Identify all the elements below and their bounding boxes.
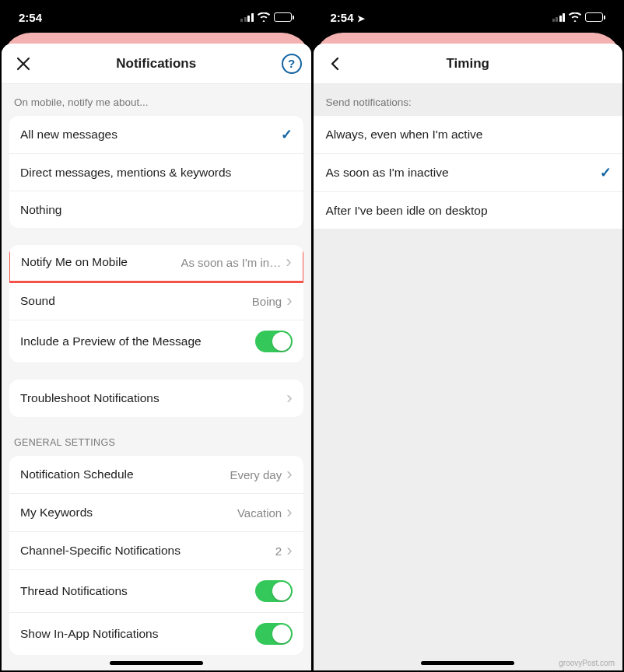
row-value: As soon as I'm in… <box>181 256 281 269</box>
battery-icon <box>274 12 294 22</box>
timing-option-idle[interactable]: After I've been idle on desktop <box>314 191 623 229</box>
status-icons <box>552 11 606 24</box>
row-label: Notify Me on Mobile <box>21 255 181 269</box>
sheet-header: Timing <box>314 44 623 84</box>
home-indicator <box>110 661 203 665</box>
notify-option-dm[interactable]: Direct messages, mentions & keywords <box>9 153 303 191</box>
section-label-general: General Settings <box>2 417 311 456</box>
row-label: Troubleshoot Notifications <box>20 391 286 405</box>
battery-icon <box>585 12 605 22</box>
row-label: As soon as I'm inactive <box>326 166 601 180</box>
general-card: Notification Schedule Every day › My Key… <box>9 456 303 655</box>
status-time: 2:54 <box>19 11 42 24</box>
timing-option-inactive[interactable]: As soon as I'm inactive ✓ <box>314 153 623 191</box>
close-icon <box>16 56 31 72</box>
row-label: Thread Notifications <box>20 584 255 598</box>
status-bar: 2:54 ➤ <box>314 2 623 33</box>
page-title: Timing <box>447 56 489 72</box>
row-label: My Keywords <box>20 506 237 520</box>
sound-row[interactable]: Sound Boing › <box>9 282 303 320</box>
row-value: 2 <box>275 544 282 558</box>
row-value: Vacation <box>237 506 282 520</box>
inapp-notif-row: Show In-App Notifications <box>9 612 303 655</box>
home-indicator <box>421 661 514 665</box>
timing-option-always[interactable]: Always, even when I'm active <box>314 116 623 153</box>
status-icons <box>240 11 294 24</box>
status-bar: 2:54 <box>2 2 311 33</box>
keywords-row[interactable]: My Keywords Vacation › <box>9 493 303 531</box>
row-label: Notification Schedule <box>20 467 230 481</box>
row-value: Every day <box>230 468 282 481</box>
help-icon: ? <box>288 57 295 70</box>
chevron-right-icon: › <box>286 390 292 407</box>
section-label-notify: On mobile, notify me about... <box>2 84 311 116</box>
row-label: Nothing <box>20 203 293 217</box>
status-time: 2:54 ➤ <box>331 11 365 24</box>
wifi-icon <box>258 11 270 24</box>
row-value: Boing <box>252 295 282 308</box>
inapp-toggle[interactable] <box>255 623 293 645</box>
wifi-icon <box>569 11 581 24</box>
chevron-right-icon: › <box>286 254 291 271</box>
chevron-right-icon: › <box>286 466 292 483</box>
chevron-left-icon <box>329 56 342 72</box>
page-title: Notifications <box>116 56 196 72</box>
thread-toggle[interactable] <box>255 580 293 602</box>
thread-notif-row: Thread Notifications <box>9 569 303 612</box>
schedule-row[interactable]: Notification Schedule Every day › <box>9 456 303 493</box>
preview-toggle-row: Include a Preview of the Message <box>9 320 303 362</box>
row-label: Channel-Specific Notifications <box>20 544 275 558</box>
row-label: Direct messages, mentions & keywords <box>20 166 293 180</box>
check-icon: ✓ <box>600 164 612 181</box>
back-button[interactable] <box>323 51 348 76</box>
phone-left: 2:54 Notifications ? <box>2 2 311 670</box>
row-label: Sound <box>20 294 252 308</box>
close-button[interactable] <box>11 51 36 76</box>
row-label: All new messages <box>20 128 281 142</box>
phone-right: 2:54 ➤ Timing Send notifications: <box>314 2 623 670</box>
preview-toggle[interactable] <box>255 331 293 352</box>
watermark: groovyPost.com <box>559 659 615 667</box>
row-label: Show In-App Notifications <box>20 627 255 641</box>
help-button[interactable]: ? <box>282 54 302 74</box>
notify-options-card: All new messages ✓ Direct messages, ment… <box>9 116 303 228</box>
notify-option-nothing[interactable]: Nothing <box>9 191 303 228</box>
chevron-right-icon: › <box>286 504 292 521</box>
channel-notif-row[interactable]: Channel-Specific Notifications 2 › <box>9 531 303 569</box>
troubleshoot-card: Troubleshoot Notifications › <box>9 380 303 417</box>
timing-options-card: Always, even when I'm active As soon as … <box>314 116 623 229</box>
sheet-header: Notifications ? <box>2 44 311 84</box>
row-label: Include a Preview of the Message <box>20 334 255 348</box>
row-label: Always, even when I'm active <box>326 128 612 142</box>
notify-me-mobile-row[interactable]: Notify Me on Mobile As soon as I'm in… › <box>9 245 303 283</box>
check-icon: ✓ <box>281 126 293 143</box>
settings-card-1: Notify Me on Mobile As soon as I'm in… ›… <box>9 245 303 362</box>
cell-signal-icon <box>240 13 254 22</box>
section-label-send: Send notifications: <box>314 84 623 116</box>
cell-signal-icon <box>552 13 566 22</box>
notify-option-all[interactable]: All new messages ✓ <box>9 116 303 153</box>
troubleshoot-row[interactable]: Troubleshoot Notifications › <box>9 380 303 417</box>
chevron-right-icon: › <box>286 292 292 310</box>
row-label: After I've been idle on desktop <box>326 204 612 218</box>
chevron-right-icon: › <box>286 542 292 559</box>
location-icon: ➤ <box>357 13 365 24</box>
